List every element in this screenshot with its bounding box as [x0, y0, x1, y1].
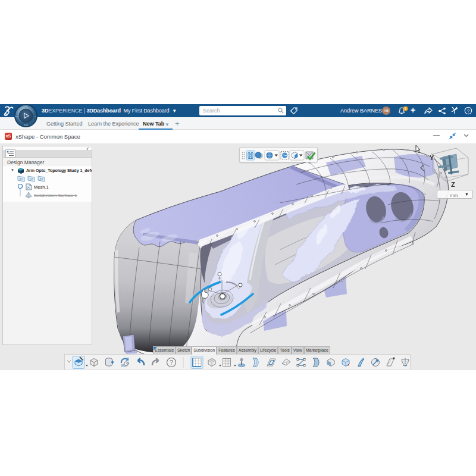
svg-text:Y: Y	[430, 154, 434, 161]
svg-text:Z: Z	[451, 181, 455, 188]
svg-text:3D: 3D	[15, 115, 18, 118]
svg-text:R.R: R.R	[24, 124, 28, 127]
svg-text:XY: XY	[19, 178, 23, 181]
svg-text:YZ: YZ	[30, 178, 33, 181]
svg-text:?: ?	[170, 359, 173, 366]
svg-text:ZX: ZX	[40, 178, 43, 181]
svg-text:1: 1	[405, 107, 407, 111]
svg-text:?: ?	[467, 108, 470, 114]
